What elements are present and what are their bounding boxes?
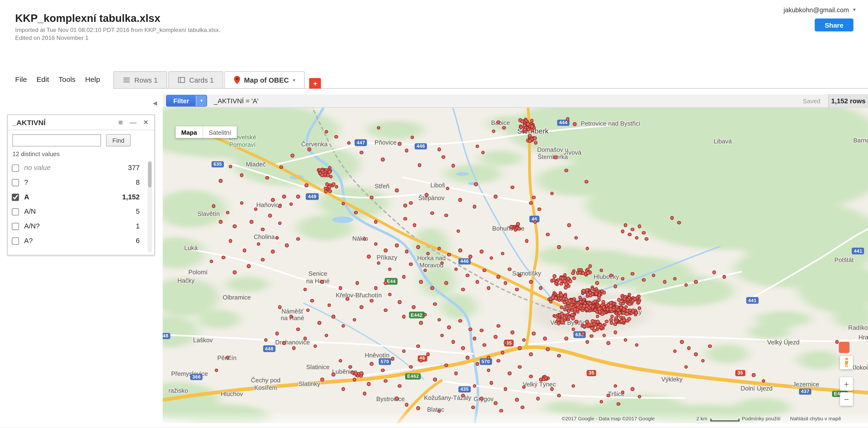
map-marker[interactable] [607,341,610,345]
map-marker[interactable] [268,214,272,217]
map-marker[interactable] [370,299,373,303]
map-marker[interactable] [701,359,705,362]
map-marker[interactable] [437,148,441,151]
map-marker[interactable] [583,325,586,328]
map-marker[interactable] [492,129,495,133]
map-marker[interactable] [642,278,645,282]
map-marker[interactable] [363,392,366,395]
map-marker[interactable] [628,233,631,236]
map-marker[interactable] [481,151,485,154]
map-marker[interactable] [630,388,634,391]
map-marker[interactable] [494,335,497,338]
panel-minimize-icon[interactable]: — [130,119,136,126]
account-menu[interactable]: jakubkohn@gmail.com [783,7,849,13]
map-marker[interactable] [571,327,575,331]
map-marker[interactable] [575,320,578,324]
map-marker[interactable] [567,223,571,227]
map-marker[interactable] [416,245,420,249]
map-marker[interactable] [402,315,406,318]
map-marker[interactable] [405,250,408,253]
map-marker[interactable] [328,170,331,174]
map-marker[interactable] [550,192,554,195]
map-marker[interactable] [617,308,620,312]
value-checkbox[interactable] [12,208,19,215]
map-marker[interactable] [416,406,420,410]
map-marker[interactable] [532,332,535,335]
map-marker[interactable] [437,409,441,413]
add-tab-button[interactable]: + [309,78,321,89]
map-marker[interactable] [360,151,363,154]
map-marker[interactable] [291,154,294,158]
map-marker[interactable] [536,397,540,400]
map-marker[interactable] [563,273,567,277]
map-marker[interactable] [271,250,274,253]
map-marker[interactable] [402,349,406,353]
map-marker[interactable] [226,356,229,359]
map-marker[interactable] [677,221,681,224]
map-marker[interactable] [596,325,600,329]
map-marker[interactable] [712,271,716,274]
map-marker[interactable] [554,155,557,159]
value-checkbox[interactable] [12,179,19,186]
map-marker[interactable] [564,337,568,340]
map-marker[interactable] [554,315,557,318]
panel-options-icon[interactable]: ≡ [118,118,123,126]
value-checkbox[interactable] [12,193,19,201]
map-marker[interactable] [560,312,563,315]
map-marker[interactable] [537,208,541,211]
map-marker[interactable] [663,280,666,284]
map-marker[interactable] [637,300,641,303]
filter-value-row[interactable]: A/N?1 [8,219,154,234]
map-marker[interactable] [630,272,634,275]
map-marker[interactable] [557,322,560,325]
map-marker[interactable] [360,372,363,375]
map-marker[interactable] [529,201,533,205]
map-marker[interactable] [441,155,445,159]
zoom-out-button[interactable]: − [840,392,853,406]
map-marker[interactable] [459,249,462,252]
map-marker[interactable] [534,141,537,144]
map-marker[interactable] [585,340,589,344]
map-marker[interactable] [405,149,408,153]
map-marker[interactable] [524,119,528,122]
map-marker[interactable] [574,236,578,240]
map-marker[interactable] [599,400,603,403]
map-marker[interactable] [328,185,331,188]
map-marker[interactable] [622,308,626,311]
map-marker[interactable] [324,189,328,193]
map-marker[interactable] [384,281,387,285]
map-marker[interactable] [551,296,555,299]
map-marker[interactable] [529,353,533,356]
menu-file[interactable]: File [15,75,27,84]
map-marker[interactable] [595,281,599,285]
map-marker[interactable] [521,119,524,123]
map-marker[interactable] [532,195,535,199]
map-marker[interactable] [490,381,493,385]
map-marker[interactable] [630,228,634,231]
panel-scrollbar[interactable] [148,160,152,252]
map-marker[interactable] [353,378,356,381]
map-marker[interactable] [474,182,477,186]
map-marker[interactable] [581,271,585,275]
map-marker[interactable] [247,264,250,268]
map-marker[interactable] [433,378,437,381]
map-marker[interactable] [487,286,490,290]
map-marker[interactable] [466,274,469,277]
map-marker[interactable] [285,244,289,247]
map-marker[interactable] [557,318,560,322]
map-marker[interactable] [553,275,556,278]
map-marker[interactable] [627,317,631,321]
map-marker[interactable] [388,293,392,296]
map-marker[interactable] [278,305,282,309]
map-marker[interactable] [381,158,385,161]
filter-value-row[interactable]: no value377 [8,160,154,175]
map-marker[interactable] [527,128,530,131]
map-marker[interactable] [504,388,507,391]
filter-value-row[interactable]: A?6 [8,234,154,248]
map-marker[interactable] [402,275,406,279]
map-marker[interactable] [621,230,624,233]
map-marker[interactable] [468,255,472,258]
map-marker[interactable] [762,379,766,383]
map-marker[interactable] [233,224,237,228]
map-marker[interactable] [219,220,222,224]
